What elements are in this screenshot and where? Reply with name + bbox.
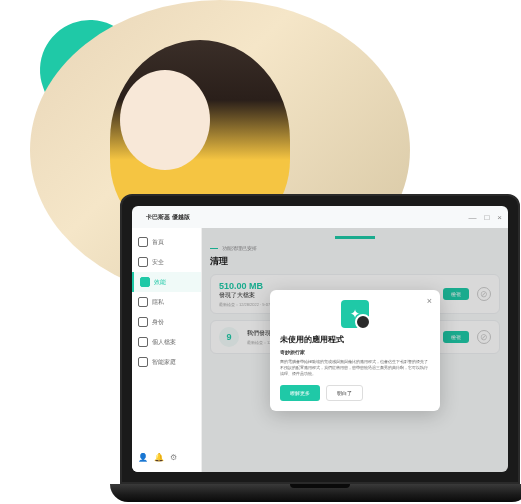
sidebar-item-smarthome[interactable]: 智能家庭 — [132, 352, 201, 372]
sidebar-item-identity[interactable]: 身份 — [132, 312, 201, 332]
sidebar-item-privacy[interactable]: 隱私 — [132, 292, 201, 312]
modal-title: 未使用的應用程式 — [280, 334, 430, 345]
sidebar-item-performance[interactable]: 效能 — [132, 272, 201, 292]
sidebar-item-label: 首頁 — [152, 238, 164, 247]
sidebar-item-profile[interactable]: 個人檔案 — [132, 332, 201, 352]
user-icon — [138, 337, 148, 347]
close-icon[interactable]: × — [427, 296, 432, 306]
sidebar-item-label: 個人檔案 — [152, 338, 176, 347]
titlebar: 卡巴斯基 優越版 — □ × — [132, 206, 508, 228]
sidebar-item-label: 效能 — [154, 278, 166, 287]
gear-icon[interactable]: ⚙ — [170, 453, 177, 462]
modal-dialog: × 未使用的應用程式 奇妙旅行家 商的電腦會帶給極致端的完成感與無與倫比的應用程… — [270, 290, 440, 411]
home-icon — [138, 237, 148, 247]
sidebar-item-label: 安全 — [152, 258, 164, 267]
window-minimize-icon[interactable]: — — [468, 213, 476, 222]
modal-body-text: 商的電腦會帶給極致端的完成感與無與倫比的應用程式，也會佔生下載影響的優先了不預設… — [280, 359, 430, 377]
window-maximize-icon[interactable]: □ — [484, 213, 489, 222]
bell-icon[interactable]: 🔔 — [154, 453, 164, 462]
sidebar: 首頁 安全 效能 隱私 身份 個人檔案 智能家庭 👤 🔔 ⚙ — [132, 228, 202, 472]
main-content: 功能清理已安排 清理 510.00 MB 發現了大檔案 最新檢查：12/28/2… — [202, 228, 508, 472]
app-window: 卡巴斯基 優越版 — □ × 首頁 安全 效能 隱私 身份 個人檔案 智能家庭 … — [132, 206, 508, 472]
modal-subtitle: 奇妙旅行家 — [280, 349, 430, 355]
sidebar-item-label: 隱私 — [152, 298, 164, 307]
id-icon — [138, 317, 148, 327]
sidebar-item-security[interactable]: 安全 — [132, 252, 201, 272]
app-title: 卡巴斯基 優越版 — [146, 214, 190, 221]
profile-icon[interactable]: 👤 — [138, 453, 148, 462]
got-it-button[interactable]: 明白了 — [326, 385, 363, 401]
sidebar-item-label: 智能家庭 — [152, 358, 176, 367]
learn-more-button[interactable]: 瞭解更多 — [280, 385, 320, 401]
modal-backdrop[interactable]: × 未使用的應用程式 奇妙旅行家 商的電腦會帶給極致端的完成感與無與倫比的應用程… — [202, 228, 508, 472]
speed-icon — [140, 277, 150, 287]
laptop-mockup: 卡巴斯基 優越版 — □ × 首頁 安全 效能 隱私 身份 個人檔案 智能家庭 … — [120, 194, 520, 504]
sidebar-item-label: 身份 — [152, 318, 164, 327]
lock-icon — [138, 297, 148, 307]
unused-apps-icon — [341, 300, 369, 328]
shield-icon — [138, 257, 148, 267]
house-icon — [138, 357, 148, 367]
window-close-icon[interactable]: × — [497, 213, 502, 222]
sidebar-item-home[interactable]: 首頁 — [132, 232, 201, 252]
